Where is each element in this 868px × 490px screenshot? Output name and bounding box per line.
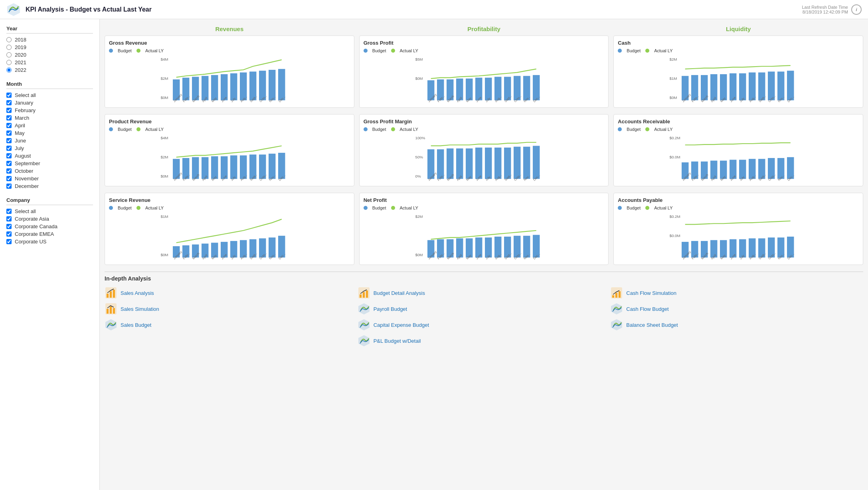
- actual-label: Actual LY: [654, 48, 672, 53]
- svg-rect-241: [110, 291, 112, 298]
- company-emea[interactable]: Corporate EMEA: [6, 231, 93, 237]
- indepth-col-2: Budget Detail Analysis Payroll Budget: [358, 286, 611, 347]
- main-layout: Year 2018 2019 2020 2021 2022 Month Sele…: [0, 19, 868, 490]
- sidebar: Year 2018 2019 2020 2021 2022 Month Sele…: [0, 19, 100, 490]
- svg-text:$5M: $5M: [415, 57, 423, 61]
- actual-label: Actual LY: [145, 205, 164, 210]
- svg-rect-251: [366, 290, 368, 298]
- charts-row-3: Service Revenue Budget Actual LY $1M $0M: [105, 193, 863, 265]
- month-july[interactable]: July: [6, 145, 93, 151]
- actual-dot: [645, 127, 649, 131]
- solver-logo: [6, 2, 21, 17]
- year-title: Year: [6, 26, 93, 34]
- page-title: KPI Analysis - Budget vs Actual Last Yea…: [26, 6, 152, 13]
- company-asia[interactable]: Corporate Asia: [6, 216, 93, 222]
- svg-text:50%: 50%: [415, 155, 423, 159]
- company-select-all[interactable]: Select all: [6, 208, 93, 214]
- month-section: Month Select all January February March …: [6, 81, 93, 189]
- sales-analysis-link[interactable]: Sales Analysis: [105, 286, 358, 299]
- gross-profit-margin-svg: 100% 50% 0%: [364, 134, 605, 182]
- chart-gross-profit-legend: Budget Actual LY: [364, 48, 605, 53]
- svg-rect-250: [363, 292, 365, 298]
- svg-text:$2M: $2M: [670, 57, 677, 61]
- company-us[interactable]: Corporate US: [6, 239, 93, 245]
- chart-accounts-payable-legend: Budget Actual LY: [618, 205, 859, 210]
- chart-product-revenue: Product Revenue Budget Actual LY $4M $2M…: [105, 114, 354, 186]
- svg-text:$0M: $0M: [160, 174, 168, 178]
- solver-logo-sales-budget: [105, 318, 117, 331]
- svg-rect-245: [110, 306, 112, 314]
- budget-label: Budget: [118, 205, 132, 210]
- sales-simulation-link[interactable]: Sales Simulation: [105, 302, 358, 315]
- chart-cash-legend: Budget Actual LY: [618, 48, 859, 53]
- actual-dot: [391, 49, 395, 53]
- sales-budget-link[interactable]: Sales Budget: [105, 318, 358, 331]
- service-revenue-svg: $1M $0M: [109, 213, 350, 261]
- capital-expense-budget-link[interactable]: Capital Expense Budget: [358, 318, 611, 331]
- section-headers: Revenues Profitability Liquidity: [105, 24, 863, 34]
- payroll-budget-link[interactable]: Payroll Budget: [358, 302, 611, 315]
- company-group: Select all Corporate Asia Corporate Cana…: [6, 208, 93, 245]
- month-june[interactable]: June: [6, 138, 93, 144]
- refresh-info: Last Refresh Date Time 8/18/2019 12:42:0…: [802, 5, 848, 14]
- year-2018[interactable]: 2018: [6, 37, 93, 43]
- month-march[interactable]: March: [6, 115, 93, 121]
- pl-budget-link[interactable]: P&L Budget w/Detail: [358, 334, 611, 347]
- chart-net-profit-area: $2M $0M: [364, 213, 605, 261]
- accounts-payable-svg: $0.2M $0.0M: [618, 213, 859, 261]
- actual-label: Actual LY: [400, 127, 418, 132]
- budget-dot: [109, 49, 113, 53]
- year-2019[interactable]: 2019: [6, 44, 93, 50]
- svg-rect-122: [533, 146, 540, 179]
- chart-gross-profit-area: $5M $0M: [364, 55, 605, 103]
- budget-dot: [109, 206, 113, 210]
- net-profit-svg: $2M $0M: [364, 213, 605, 261]
- svg-text:$1M: $1M: [160, 214, 168, 219]
- chart-accounts-receivable: Accounts Receivable Budget Actual LY $0.…: [613, 114, 863, 186]
- cash-flow-budget-label: Cash Flow Budget: [626, 306, 668, 312]
- svg-text:$0M: $0M: [160, 95, 168, 100]
- month-select-all[interactable]: Select all: [6, 92, 93, 98]
- svg-rect-257: [615, 293, 617, 298]
- budget-label: Budget: [627, 127, 641, 132]
- month-august[interactable]: August: [6, 153, 93, 159]
- svg-rect-246: [113, 308, 115, 314]
- chart-service-revenue-area: $1M $0M: [109, 213, 350, 261]
- sales-simulation-label: Sales Simulation: [121, 306, 159, 312]
- svg-text:$0.2M: $0.2M: [670, 136, 680, 140]
- chart-accounts-receivable-legend: Budget Actual LY: [618, 127, 859, 132]
- budget-label: Budget: [372, 205, 386, 210]
- budget-detail-analysis-link[interactable]: Budget Detail Analysis: [358, 286, 611, 299]
- info-button[interactable]: i: [851, 4, 862, 15]
- year-2021[interactable]: 2021: [6, 59, 93, 65]
- solver-logo-capex: [358, 318, 370, 331]
- chart-service-revenue-title: Service Revenue: [109, 197, 350, 203]
- year-2022[interactable]: 2022: [6, 67, 93, 73]
- pl-budget-label: P&L Budget w/Detail: [374, 338, 421, 344]
- svg-rect-63: [739, 73, 746, 101]
- month-december[interactable]: December: [6, 183, 93, 189]
- chart-gross-profit-margin-area: 100% 50% 0%: [364, 134, 605, 182]
- chart-product-revenue-legend: Budget Actual LY: [109, 127, 350, 132]
- month-january[interactable]: January: [6, 100, 93, 106]
- month-april[interactable]: April: [6, 122, 93, 128]
- cash-flow-simulation-link[interactable]: Cash Flow Simulation: [610, 286, 863, 299]
- cash-flow-budget-link[interactable]: Cash Flow Budget: [610, 302, 863, 315]
- chart-cash-title: Cash: [618, 40, 859, 46]
- month-october[interactable]: October: [6, 168, 93, 174]
- chart-accounts-receivable-title: Accounts Receivable: [618, 119, 859, 124]
- svg-text:$0M: $0M: [670, 95, 677, 100]
- balance-sheet-budget-link[interactable]: Balance Sheet Budget: [610, 318, 863, 331]
- chart-cash: Cash Budget Actual LY $2M $1M $0M: [613, 36, 863, 108]
- chart-cash-area: $2M $1M $0M: [618, 55, 859, 103]
- year-2020[interactable]: 2020: [6, 52, 93, 58]
- gross-revenue-svg: $4M $2M $0M: [109, 55, 350, 103]
- month-november[interactable]: November: [6, 176, 93, 182]
- refresh-label: Last Refresh Date Time: [802, 5, 848, 10]
- month-september[interactable]: September: [6, 160, 93, 166]
- month-february[interactable]: February: [6, 107, 93, 113]
- product-revenue-svg: $4M $2M $0M: [109, 134, 350, 182]
- month-may[interactable]: May: [6, 130, 93, 136]
- company-canada[interactable]: Corporate Canada: [6, 223, 93, 229]
- chart-accounts-payable: Accounts Payable Budget Actual LY $0.2M …: [613, 193, 863, 265]
